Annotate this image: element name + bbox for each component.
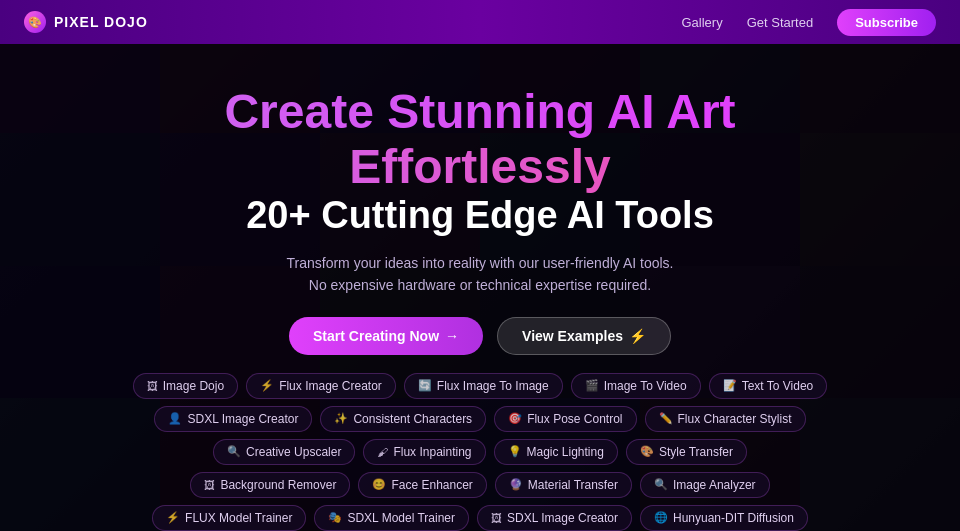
tool-label: Face Enhancer bbox=[391, 478, 472, 492]
tool-icon: 🖌 bbox=[377, 446, 388, 458]
navbar: 🎨 PIXEL DOJO Gallery Get Started Subscri… bbox=[0, 0, 960, 44]
tool-badge-sdxl-model-trainer[interactable]: 🎭SDXL Model Trainer bbox=[314, 505, 469, 531]
tool-badge-flux-pose-control[interactable]: 🎯Flux Pose Control bbox=[494, 406, 636, 432]
tools-row-5: ⚡FLUX Model Trainer🎭SDXL Model Trainer🖼S… bbox=[30, 505, 930, 531]
tool-badge-face-enhancer[interactable]: 😊Face Enhancer bbox=[358, 472, 486, 498]
tool-badge-flux-image-to-image[interactable]: 🔄Flux Image To Image bbox=[404, 373, 563, 399]
tool-icon: ✏️ bbox=[659, 412, 673, 425]
tool-label: Material Transfer bbox=[528, 478, 618, 492]
tool-badge-consistent-characters[interactable]: ✨Consistent Characters bbox=[320, 406, 486, 432]
tool-badge-image-analyzer[interactable]: 🔍Image Analyzer bbox=[640, 472, 770, 498]
tool-icon: 🔍 bbox=[227, 445, 241, 458]
hero-subtitle: Transform your ideas into reality with o… bbox=[287, 252, 674, 297]
arrow-icon: → bbox=[445, 328, 459, 344]
tool-icon: 🔮 bbox=[509, 478, 523, 491]
tool-icon: ✨ bbox=[334, 412, 348, 425]
tool-badge-style-transfer[interactable]: 🎨Style Transfer bbox=[626, 439, 747, 465]
hero-line3: 20+ Cutting Edge AI Tools bbox=[224, 194, 735, 238]
tool-icon: 🖼 bbox=[147, 380, 158, 392]
tool-badge-sdxl-image-creator[interactable]: 🖼SDXL Image Creator bbox=[477, 505, 632, 531]
tool-label: Text To Video bbox=[742, 379, 814, 393]
tool-label: Magic Lighting bbox=[527, 445, 604, 459]
tool-label: Consistent Characters bbox=[353, 412, 472, 426]
tool-label: Flux Character Stylist bbox=[678, 412, 792, 426]
tool-icon: 🎯 bbox=[508, 412, 522, 425]
logo-icon: 🎨 bbox=[24, 11, 46, 33]
tool-badge-image-to-video[interactable]: 🎬Image To Video bbox=[571, 373, 701, 399]
tool-icon: 🖼 bbox=[491, 512, 502, 524]
tool-label: SDXL Image Creator bbox=[187, 412, 298, 426]
tool-badge-flux-model-trainer[interactable]: ⚡FLUX Model Trainer bbox=[152, 505, 306, 531]
tools-row-1: 🖼Image Dojo⚡Flux Image Creator🔄Flux Imag… bbox=[30, 373, 930, 399]
tool-label: FLUX Model Trainer bbox=[185, 511, 292, 525]
tool-badge-hunyuan-dit-diffusion[interactable]: 🌐Hunyuan-DIT Diffusion bbox=[640, 505, 808, 531]
tool-icon: 🖼 bbox=[204, 479, 215, 491]
tool-badge-flux-character-stylist[interactable]: ✏️Flux Character Stylist bbox=[645, 406, 806, 432]
tools-row-3: 🔍Creative Upscaler🖌Flux Inpainting💡Magic… bbox=[30, 439, 930, 465]
tool-badge-flux-inpainting[interactable]: 🖌Flux Inpainting bbox=[363, 439, 485, 465]
gallery-link[interactable]: Gallery bbox=[681, 15, 722, 30]
tool-icon: ⚡ bbox=[260, 379, 274, 392]
subscribe-button[interactable]: Subscribe bbox=[837, 9, 936, 36]
tool-label: SDXL Image Creator bbox=[507, 511, 618, 525]
tools-row-2: 👤SDXL Image Creator✨Consistent Character… bbox=[30, 406, 930, 432]
tool-icon: 📝 bbox=[723, 379, 737, 392]
tool-icon: 🌐 bbox=[654, 511, 668, 524]
logo-text: PIXEL DOJO bbox=[54, 14, 148, 30]
tool-label: Background Remover bbox=[220, 478, 336, 492]
hero-line1: Create Stunning AI Art bbox=[224, 85, 735, 138]
hero-line2: Effortlessly bbox=[224, 139, 735, 194]
tool-badge-text-to-video[interactable]: 📝Text To Video bbox=[709, 373, 828, 399]
tool-label: Image To Video bbox=[604, 379, 687, 393]
tool-label: Image Dojo bbox=[163, 379, 224, 393]
tool-label: Image Analyzer bbox=[673, 478, 756, 492]
tool-label: Hunyuan-DIT Diffusion bbox=[673, 511, 794, 525]
tool-icon: 😊 bbox=[372, 478, 386, 491]
tool-label: Flux Pose Control bbox=[527, 412, 622, 426]
tool-icon: 🔄 bbox=[418, 379, 432, 392]
tool-icon: 🎭 bbox=[328, 511, 342, 524]
hero-buttons: Start Creating Now → View Examples ⚡ bbox=[289, 317, 671, 355]
tool-badge-creative-upscaler[interactable]: 🔍Creative Upscaler bbox=[213, 439, 355, 465]
view-examples-button[interactable]: View Examples ⚡ bbox=[497, 317, 671, 355]
tool-label: Flux Image To Image bbox=[437, 379, 549, 393]
tool-badge-background-remover[interactable]: 🖼Background Remover bbox=[190, 472, 350, 498]
tools-row-4: 🖼Background Remover😊Face Enhancer🔮Materi… bbox=[30, 472, 930, 498]
tool-icon: 🎬 bbox=[585, 379, 599, 392]
tool-icon: ⚡ bbox=[166, 511, 180, 524]
hero-title: Create Stunning AI Art Effortlessly 20+ … bbox=[224, 84, 735, 238]
tool-label: Style Transfer bbox=[659, 445, 733, 459]
tool-label: Flux Inpainting bbox=[393, 445, 471, 459]
tool-icon: 💡 bbox=[508, 445, 522, 458]
tool-icon: 🔍 bbox=[654, 478, 668, 491]
main-content: Create Stunning AI Art Effortlessly 20+ … bbox=[0, 44, 960, 531]
tool-icon: 👤 bbox=[168, 412, 182, 425]
tool-label: SDXL Model Trainer bbox=[347, 511, 455, 525]
tool-badge-sdxl-image-creator[interactable]: 👤SDXL Image Creator bbox=[154, 406, 312, 432]
nav-links: Gallery Get Started Subscribe bbox=[681, 9, 936, 36]
tool-icon: 🎨 bbox=[640, 445, 654, 458]
logo: 🎨 PIXEL DOJO bbox=[24, 11, 148, 33]
tool-badge-material-transfer[interactable]: 🔮Material Transfer bbox=[495, 472, 632, 498]
tool-badge-magic-lighting[interactable]: 💡Magic Lighting bbox=[494, 439, 618, 465]
tool-badge-flux-image-creator[interactable]: ⚡Flux Image Creator bbox=[246, 373, 396, 399]
start-creating-button[interactable]: Start Creating Now → bbox=[289, 317, 483, 355]
tools-section: 🖼Image Dojo⚡Flux Image Creator🔄Flux Imag… bbox=[30, 373, 930, 531]
get-started-link[interactable]: Get Started bbox=[747, 15, 813, 30]
tool-badge-image-dojo[interactable]: 🖼Image Dojo bbox=[133, 373, 238, 399]
tool-label: Flux Image Creator bbox=[279, 379, 382, 393]
tool-label: Creative Upscaler bbox=[246, 445, 341, 459]
spark-icon: ⚡ bbox=[629, 328, 646, 344]
